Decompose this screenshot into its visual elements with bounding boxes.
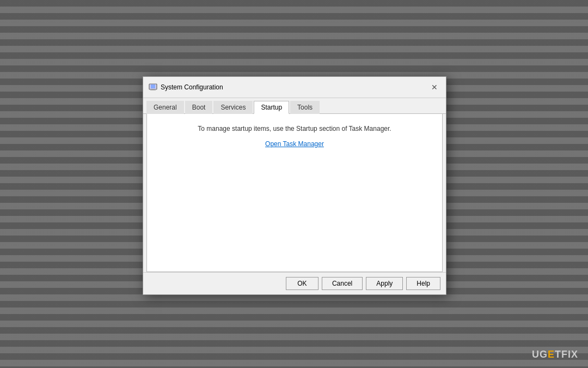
svg-rect-3 bbox=[150, 90, 156, 91]
dialog-icon bbox=[149, 83, 157, 92]
tab-bar: General Boot Services Startup Tools bbox=[143, 98, 446, 114]
tab-services[interactable]: Services bbox=[213, 101, 253, 114]
dialog-title: System Configuration bbox=[161, 83, 223, 91]
tab-content: To manage startup items, use the Startup… bbox=[146, 114, 443, 272]
watermark-tfix: TFIX bbox=[555, 349, 578, 360]
apply-button[interactable]: Apply bbox=[366, 277, 403, 290]
title-bar-left: System Configuration bbox=[149, 83, 223, 92]
watermark: UGETFIX bbox=[532, 349, 578, 360]
tab-general[interactable]: General bbox=[146, 101, 184, 114]
tab-startup[interactable]: Startup bbox=[254, 101, 289, 114]
ok-button[interactable]: OK bbox=[286, 277, 318, 290]
system-config-dialog: System Configuration ✕ General Boot Serv… bbox=[143, 76, 446, 295]
title-bar: System Configuration ✕ bbox=[143, 77, 446, 98]
open-task-manager-link[interactable]: Open Task Manager bbox=[265, 140, 324, 148]
tab-boot[interactable]: Boot bbox=[185, 101, 213, 114]
content-description: To manage startup items, use the Startup… bbox=[198, 125, 391, 132]
tab-tools[interactable]: Tools bbox=[290, 101, 320, 114]
help-button[interactable]: Help bbox=[406, 277, 440, 290]
close-button[interactable]: ✕ bbox=[428, 81, 440, 93]
watermark-ug: UG bbox=[532, 349, 548, 360]
svg-rect-1 bbox=[151, 85, 155, 88]
cancel-button[interactable]: Cancel bbox=[322, 277, 363, 290]
button-bar: OK Cancel Apply Help bbox=[143, 272, 446, 294]
watermark-e: E bbox=[548, 349, 555, 360]
